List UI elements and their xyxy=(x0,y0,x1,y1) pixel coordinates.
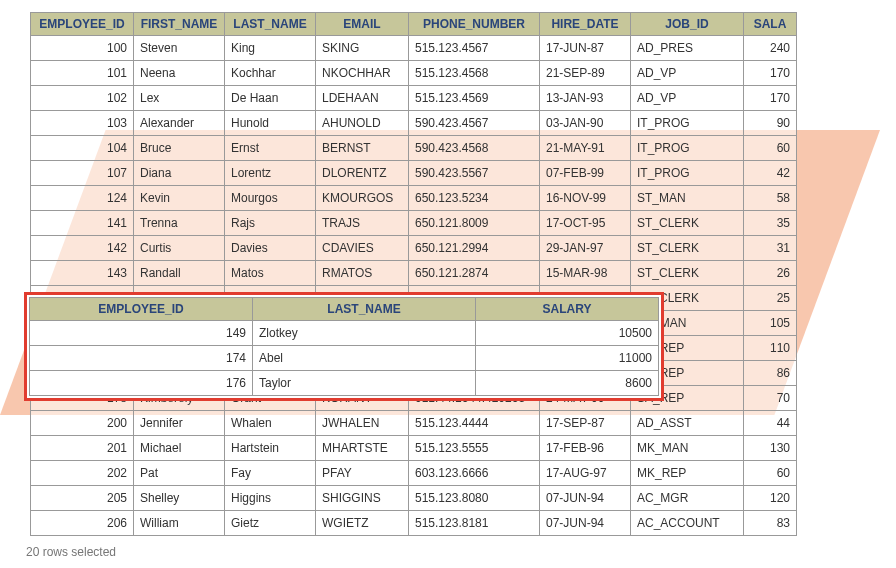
mini-col-header-last-name[interactable]: LAST_NAME xyxy=(253,298,476,321)
col-header-last-name[interactable]: LAST_NAME xyxy=(225,13,316,36)
mini-table-row[interactable]: 176Taylor8600 xyxy=(30,371,659,396)
cell-first: Shelley xyxy=(134,486,225,511)
table-row[interactable]: 202PatFayPFAY603.123.666617-AUG-97MK_REP… xyxy=(31,461,797,486)
cell-id: 200 xyxy=(31,411,134,436)
cell-email: CDAVIES xyxy=(316,236,409,261)
table-row[interactable]: 142CurtisDaviesCDAVIES650.121.299429-JAN… xyxy=(31,236,797,261)
cell-phone: 515.123.4568 xyxy=(409,61,540,86)
cell-phone: 515.123.5555 xyxy=(409,436,540,461)
cell-job: AC_ACCOUNT xyxy=(631,511,744,536)
cell-sal: 86 xyxy=(744,361,797,386)
cell-first: Alexander xyxy=(134,111,225,136)
cell-hire: 07-JUN-94 xyxy=(540,486,631,511)
mini-table-row[interactable]: 174Abel11000 xyxy=(30,346,659,371)
cell-last: Whalen xyxy=(225,411,316,436)
mini-cell-sal: 10500 xyxy=(476,321,659,346)
cell-last: Mourgos xyxy=(225,186,316,211)
employees-table: EMPLOYEE_ID FIRST_NAME LAST_NAME EMAIL P… xyxy=(30,12,797,536)
table-row[interactable]: 104BruceErnstBERNST590.423.456821-MAY-91… xyxy=(31,136,797,161)
table-row[interactable]: 100StevenKingSKING515.123.456717-JUN-87A… xyxy=(31,36,797,61)
cell-first: Randall xyxy=(134,261,225,286)
cell-email: DLORENTZ xyxy=(316,161,409,186)
mini-cell-last: Abel xyxy=(253,346,476,371)
cell-phone: 650.121.2994 xyxy=(409,236,540,261)
cell-sal: 60 xyxy=(744,461,797,486)
cell-id: 102 xyxy=(31,86,134,111)
overlay-result-box: EMPLOYEE_ID LAST_NAME SALARY 149Zlotkey1… xyxy=(24,292,664,401)
col-header-email[interactable]: EMAIL xyxy=(316,13,409,36)
cell-hire: 17-JUN-87 xyxy=(540,36,631,61)
cell-id: 206 xyxy=(31,511,134,536)
col-header-first-name[interactable]: FIRST_NAME xyxy=(134,13,225,36)
mini-cell-sal: 8600 xyxy=(476,371,659,396)
cell-sal: 240 xyxy=(744,36,797,61)
cell-sal: 25 xyxy=(744,286,797,311)
cell-first: Michael xyxy=(134,436,225,461)
cell-job: AD_PRES xyxy=(631,36,744,61)
cell-id: 141 xyxy=(31,211,134,236)
cell-first: William xyxy=(134,511,225,536)
table-row[interactable]: 101NeenaKochharNKOCHHAR515.123.456821-SE… xyxy=(31,61,797,86)
col-header-salary[interactable]: SALA xyxy=(744,13,797,36)
cell-phone: 515.123.4444 xyxy=(409,411,540,436)
cell-email: WGIETZ xyxy=(316,511,409,536)
cell-job: ST_CLERK xyxy=(631,261,744,286)
mini-cell-sal: 11000 xyxy=(476,346,659,371)
mini-cell-id: 176 xyxy=(30,371,253,396)
cell-job: IT_PROG xyxy=(631,161,744,186)
cell-sal: 120 xyxy=(744,486,797,511)
cell-sal: 110 xyxy=(744,336,797,361)
cell-id: 124 xyxy=(31,186,134,211)
mini-cell-id: 149 xyxy=(30,321,253,346)
cell-id: 143 xyxy=(31,261,134,286)
cell-hire: 16-NOV-99 xyxy=(540,186,631,211)
cell-last: Hartstein xyxy=(225,436,316,461)
cell-last: Gietz xyxy=(225,511,316,536)
cell-first: Diana xyxy=(134,161,225,186)
cell-job: MK_MAN xyxy=(631,436,744,461)
cell-job: AC_MGR xyxy=(631,486,744,511)
table-row[interactable]: 124KevinMourgosKMOURGOS650.123.523416-NO… xyxy=(31,186,797,211)
cell-first: Jennifer xyxy=(134,411,225,436)
cell-hire: 21-SEP-89 xyxy=(540,61,631,86)
query-result-table: EMPLOYEE_ID LAST_NAME SALARY 149Zlotkey1… xyxy=(29,297,659,396)
table-row[interactable]: 143RandallMatosRMATOS650.121.287415-MAR-… xyxy=(31,261,797,286)
cell-job: AD_VP xyxy=(631,86,744,111)
cell-email: LDEHAAN xyxy=(316,86,409,111)
cell-sal: 26 xyxy=(744,261,797,286)
cell-hire: 21-MAY-91 xyxy=(540,136,631,161)
table-row[interactable]: 201MichaelHartsteinMHARTSTE515.123.55551… xyxy=(31,436,797,461)
table-row[interactable]: 141TrennaRajsTRAJS650.121.800917-OCT-95S… xyxy=(31,211,797,236)
cell-email: SHIGGINS xyxy=(316,486,409,511)
cell-last: Hunold xyxy=(225,111,316,136)
col-header-hire-date[interactable]: HIRE_DATE xyxy=(540,13,631,36)
cell-sal: 70 xyxy=(744,386,797,411)
rows-selected-label: 20 rows selected xyxy=(26,545,116,559)
cell-last: Ernst xyxy=(225,136,316,161)
table-row[interactable]: 102LexDe HaanLDEHAAN515.123.456913-JAN-9… xyxy=(31,86,797,111)
cell-last: Rajs xyxy=(225,211,316,236)
cell-id: 103 xyxy=(31,111,134,136)
cell-hire: 03-JAN-90 xyxy=(540,111,631,136)
table-row[interactable]: 205ShelleyHigginsSHIGGINS515.123.808007-… xyxy=(31,486,797,511)
mini-table-row[interactable]: 149Zlotkey10500 xyxy=(30,321,659,346)
cell-last: Davies xyxy=(225,236,316,261)
col-header-job-id[interactable]: JOB_ID xyxy=(631,13,744,36)
cell-hire: 07-JUN-94 xyxy=(540,511,631,536)
cell-phone: 515.123.8080 xyxy=(409,486,540,511)
col-header-phone[interactable]: PHONE_NUMBER xyxy=(409,13,540,36)
cell-job: IT_PROG xyxy=(631,111,744,136)
col-header-employee-id[interactable]: EMPLOYEE_ID xyxy=(31,13,134,36)
table-row[interactable]: 206WilliamGietzWGIETZ515.123.818107-JUN-… xyxy=(31,511,797,536)
mini-col-header-salary[interactable]: SALARY xyxy=(476,298,659,321)
cell-phone: 650.121.8009 xyxy=(409,211,540,236)
cell-first: Trenna xyxy=(134,211,225,236)
cell-first: Steven xyxy=(134,36,225,61)
table-row[interactable]: 103AlexanderHunoldAHUNOLD590.423.456703-… xyxy=(31,111,797,136)
cell-email: SKING xyxy=(316,36,409,61)
mini-cell-last: Zlotkey xyxy=(253,321,476,346)
cell-email: JWHALEN xyxy=(316,411,409,436)
table-row[interactable]: 200JenniferWhalenJWHALEN515.123.444417-S… xyxy=(31,411,797,436)
table-row[interactable]: 107DianaLorentzDLORENTZ590.423.556707-FE… xyxy=(31,161,797,186)
mini-col-header-employee-id[interactable]: EMPLOYEE_ID xyxy=(30,298,253,321)
